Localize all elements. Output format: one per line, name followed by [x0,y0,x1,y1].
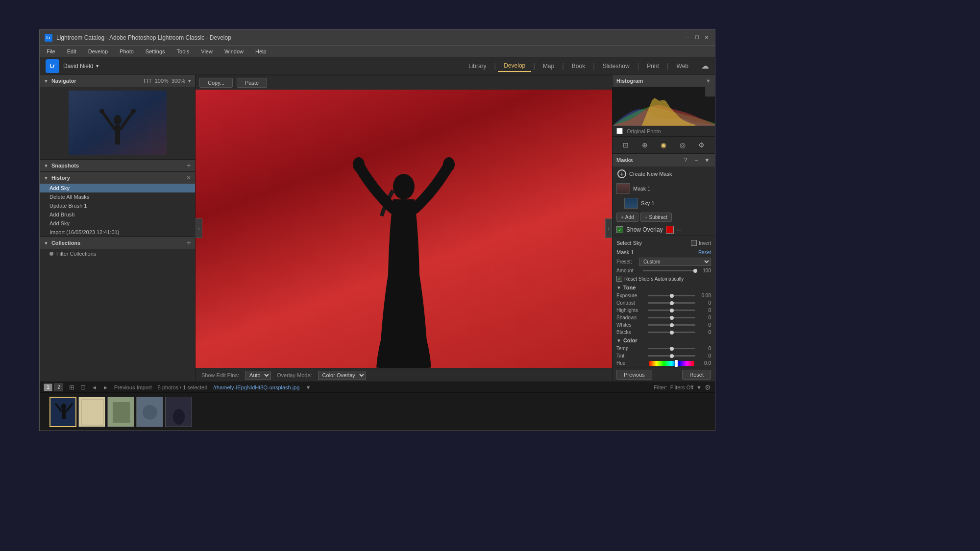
history-item-add-sky-1[interactable]: Add Sky [40,184,195,192]
zoom-100[interactable]: 100% [155,78,169,84]
module-slideshow[interactable]: Slideshow [597,61,636,72]
overlay-color-swatch[interactable] [666,226,674,234]
history-header[interactable]: ▼ History ✕ [40,172,195,184]
preset-select[interactable]: Custom [639,258,711,266]
auto-select[interactable]: Auto [245,371,271,380]
history-item-delete-masks[interactable]: Delete All Masks [40,192,195,201]
mask1-item[interactable]: Mask 1 [612,181,715,196]
menu-window[interactable]: Window [221,48,246,55]
mask-reset-button[interactable]: Reset [698,250,711,255]
reset-button[interactable]: Reset [682,370,711,380]
module-develop[interactable]: Develop [498,60,531,72]
filter-icon[interactable]: ▼ [696,384,702,390]
overlay-more-icon[interactable]: ··· [677,226,682,233]
snapshots-header[interactable]: ▼ Snapshots + [40,160,195,171]
next-arrow[interactable]: ► [103,384,108,390]
filmstrip-thumb-1[interactable] [49,397,76,427]
user-name[interactable]: David Nield ▼ [63,63,99,70]
frame-2[interactable]: 2 [54,383,63,391]
loupe-view-icon[interactable]: ⊡ [80,383,86,391]
right-panel-collapse[interactable]: › [605,218,612,238]
history-item-add-sky-2[interactable]: Add Sky [40,219,195,228]
temp-slider[interactable] [648,348,695,349]
color-section-header[interactable]: ▼ Color [612,336,715,345]
sky1-item[interactable]: Sky 1 [612,196,715,211]
subtract-button[interactable]: − Subtract [640,213,672,222]
menu-tools[interactable]: Tools [174,48,193,55]
contrast-slider[interactable] [648,302,695,304]
zoom-fit[interactable]: FIT [144,78,152,84]
shadows-slider[interactable] [648,317,695,318]
overlay-mode-select[interactable]: Color Overlay [318,371,366,380]
filter-collections-item[interactable]: Filter Collections [40,249,195,259]
masks-expand-icon[interactable]: ▼ [703,156,711,164]
filmstrip-thumb-4[interactable] [136,397,163,427]
zoom-300[interactable]: 300% [172,78,185,84]
menu-photo[interactable]: Photo [117,48,137,55]
masks-minimize-icon[interactable]: − [692,156,700,164]
cloud-icon[interactable]: ☁ [701,61,709,71]
tint-slider[interactable] [648,355,695,357]
blacks-slider[interactable] [648,332,695,333]
snapshots-section: ▼ Snapshots + [40,160,195,172]
navigator-settings-icon[interactable]: ▾ [188,78,191,84]
menu-help[interactable]: Help [252,48,270,55]
snapshots-add-button[interactable]: + [187,161,191,170]
maximize-button[interactable]: ☐ [693,34,700,41]
select-sky-button[interactable]: Select Sky [616,240,687,246]
filmstrip-thumb-5[interactable] [165,397,192,427]
mask-tool-icon[interactable]: ◉ [658,140,669,150]
reset-sliders-checkbox[interactable]: ✓ [616,276,622,282]
close-button[interactable]: ✕ [703,34,710,41]
hue-gradient-bar[interactable] [649,361,694,366]
filter-settings-icon[interactable]: ⚙ [705,383,711,391]
crop-tool-icon[interactable]: ⊡ [620,140,631,150]
masks-help-icon[interactable]: ? [682,156,689,164]
exposure-slider[interactable] [648,295,695,296]
highlights-slider[interactable] [648,310,695,311]
invert-checkbox[interactable] [691,240,697,246]
show-overlay-checkbox[interactable]: ✓ [616,226,623,233]
history-item-add-brush[interactable]: Add Brush [40,210,195,219]
frame-1[interactable]: 1 [44,383,52,391]
module-web[interactable]: Web [671,61,694,72]
copy-button[interactable]: Copy... [199,78,233,88]
menu-file[interactable]: File [44,48,58,55]
amount-slider[interactable] [643,270,695,271]
history-close-button[interactable]: ✕ [186,174,191,181]
menu-view[interactable]: View [198,48,216,55]
heal-tool-icon[interactable]: ⊕ [639,140,650,150]
module-map[interactable]: Map [537,61,560,72]
original-photo-checkbox[interactable] [616,128,623,134]
add-button[interactable]: + Add [616,213,638,222]
red-eye-icon[interactable]: ◎ [677,140,688,150]
collections-add-button[interactable]: + [187,239,191,247]
menu-develop[interactable]: Develop [85,48,111,55]
grid-view-icon[interactable]: ⊞ [69,383,74,391]
navigator-header[interactable]: ▼ Navigator FIT 100% 300% ▾ [40,75,195,87]
filmstrip-thumb-3[interactable] [107,397,134,427]
histogram-expand-icon[interactable]: ▼ [706,78,711,84]
filmstrip-thumb-2[interactable] [78,397,105,427]
history-item-import[interactable]: Import (16/05/2023 12:41:01) [40,228,195,237]
settings-tool-icon[interactable]: ⚙ [696,140,707,150]
history-item-update-brush[interactable]: Update Brush 1 [40,201,195,210]
module-library[interactable]: Library [463,61,492,72]
create-new-mask-button[interactable]: + Create New Mask [612,167,715,181]
previous-button[interactable]: Previous [616,370,652,380]
whites-thumb [670,323,674,327]
tone-section-header[interactable]: ▼ Tone [612,283,715,292]
collections-header[interactable]: ▼ Collections + [40,237,195,249]
menu-settings[interactable]: Settings [143,48,168,55]
module-book[interactable]: Book [566,61,591,72]
prev-arrow[interactable]: ◄ [92,384,97,390]
histogram-header[interactable]: Histogram ▼ [612,75,715,87]
paste-button[interactable]: Paste [237,78,267,88]
highlights-label: Highlights [616,308,646,313]
left-panel-collapse[interactable]: ‹ [196,218,202,238]
path-dropdown-icon[interactable]: ▼ [305,384,311,390]
module-print[interactable]: Print [641,61,665,72]
minimize-button[interactable]: — [684,34,690,41]
whites-slider[interactable] [648,324,695,326]
menu-edit[interactable]: Edit [64,48,79,55]
